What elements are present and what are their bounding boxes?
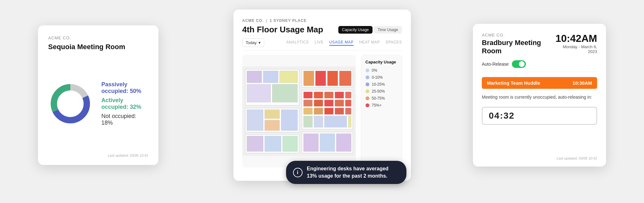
stat-active: Actively occupied: 32% [101,97,148,110]
svg-rect-46 [320,134,335,152]
svg-rect-22 [327,71,338,86]
toggle-buttons: Capacity Usage Time Usage [338,26,402,34]
nav-spaces[interactable]: SPACES [386,40,402,46]
card-floor-map: ACME CO. | 1 SYDNEY PLACE 4th Floor Usag… [233,10,411,181]
date-select-value: Today [246,40,257,45]
card2-title-row: 4th Floor Usage Map Capacity Usage Time … [242,25,402,35]
svg-rect-23 [339,71,351,86]
svg-rect-41 [314,116,323,128]
legend-item-4: 50-75% [366,96,397,101]
countdown-display: 04:32 [482,107,597,125]
svg-rect-16 [247,136,263,152]
card2-header-top: ACME CO. | 1 SYDNEY PLACE [242,18,402,23]
svg-rect-26 [314,92,323,98]
legend-label-5: 75%+ [372,103,382,108]
legend-item-2: 10-25% [366,82,397,87]
legend-box: Capacity Usage 0% 0-10% 10-25% [361,55,402,167]
svg-rect-6 [263,71,278,83]
legend-item-1: 0-10% [366,75,397,80]
unoccupied-text: Meeting room is currently unoccupied, au… [482,94,597,101]
legend-dot-2 [366,82,369,86]
svg-rect-9 [272,84,297,102]
card2-title: 4th Floor Usage Map [242,25,323,35]
nav-heat-map[interactable]: HEAT MAP [359,40,380,46]
svg-rect-35 [303,108,312,115]
svg-rect-29 [345,92,351,98]
auto-release-label: Auto-Release [482,62,509,67]
nav-live[interactable]: LIVE [315,40,323,46]
info-text: Engineering desks have averaged 13% usag… [307,165,399,180]
legend-item-0: 0% [366,68,397,73]
svg-rect-13 [265,120,279,131]
info-tooltip: i Engineering desks have averaged 13% us… [286,161,406,184]
svg-rect-33 [335,100,344,107]
svg-rect-18 [283,136,297,152]
svg-rect-37 [324,108,333,115]
event-time: 10:30AM [572,80,592,86]
svg-rect-32 [324,100,333,107]
svg-rect-36 [314,108,323,115]
card3-date: Monday - March 6, 2023 [555,44,597,54]
card1-footer: Last updated: 03/06 10:42 [48,154,148,157]
card3-title: Bradbury Meeting Room [482,39,555,55]
nav-usage-map[interactable]: USAGE MAP [329,40,354,46]
card2-location: 1 SYDNEY PLACE [270,18,307,23]
svg-rect-31 [314,100,323,107]
svg-rect-5 [247,71,262,83]
nav-analytics[interactable]: ANALYTICS [286,40,309,46]
legend-dot-3 [366,89,369,93]
card3-company: ACME CO. [482,33,555,37]
svg-rect-7 [279,71,297,83]
legend-dot-4 [366,96,369,100]
card3-left: ACME CO. Bradbury Meeting Room [482,33,555,55]
svg-rect-27 [324,92,333,98]
card-sequoia: ACME CO. Sequoia Meeting Room Passively … [38,25,158,165]
stat-passive: Passively occupied: 50% [101,81,148,95]
legend-dot-0 [366,69,369,72]
legend-label-3: 25-50% [372,89,385,94]
nav-links: ANALYTICS LIVE USAGE MAP HEAT MAP SPACES [286,40,402,46]
svg-rect-8 [247,84,271,102]
svg-rect-43 [348,116,351,128]
legend-label-2: 10-25% [372,82,385,87]
svg-rect-45 [303,134,318,152]
card-bradbury: ACME CO. Bradbury Meeting Room 10:42AM M… [473,24,606,167]
svg-rect-39 [345,108,351,115]
time-usage-button[interactable]: Time Usage [374,26,402,34]
cards-container: ACME CO. Sequoia Meeting Room Passively … [0,0,644,203]
auto-release-toggle[interactable] [512,60,526,68]
legend-title: Capacity Usage [366,60,397,64]
stat-not: Not occupied: 18% [101,113,148,126]
auto-release-row: Auto-Release [482,60,597,72]
event-name: Marketing Team Huddle [487,80,540,86]
svg-rect-38 [335,108,344,115]
card2-separator: | [266,18,267,23]
svg-rect-20 [303,71,314,86]
svg-rect-12 [265,110,279,119]
card1-company: ACME CO. [48,36,148,40]
svg-rect-47 [336,134,351,152]
card3-footer: Last updated: 03/06 10:42 [482,156,597,160]
legend-item-3: 25-50% [366,89,397,94]
svg-rect-28 [335,92,344,98]
legend-label-0: 0% [372,68,377,73]
svg-rect-17 [265,136,281,152]
svg-rect-21 [315,71,326,86]
svg-rect-34 [345,100,351,107]
date-select[interactable]: Today ▾ [242,38,265,47]
legend-item-5: 75%+ [366,103,397,108]
donut-chart [48,82,92,126]
legend-label-1: 0-10% [372,75,383,80]
svg-rect-25 [303,92,312,98]
legend-dot-5 [366,103,369,107]
floor-map [242,55,356,167]
occupancy-stats: Passively occupied: 50% Actively occupie… [101,81,148,126]
card2-company: ACME CO. [242,18,264,23]
capacity-usage-button[interactable]: Capacity Usage [338,26,373,34]
card2-nav: Today ▾ ANALYTICS LIVE USAGE MAP HEAT MA… [242,38,402,50]
legend-dot-1 [366,75,369,79]
legend-items: 0% 0-10% 10-25% 25-50% [366,68,397,108]
svg-rect-11 [247,110,263,131]
donut-section: Passively occupied: 50% Actively occupie… [48,60,148,147]
svg-rect-42 [324,116,347,128]
